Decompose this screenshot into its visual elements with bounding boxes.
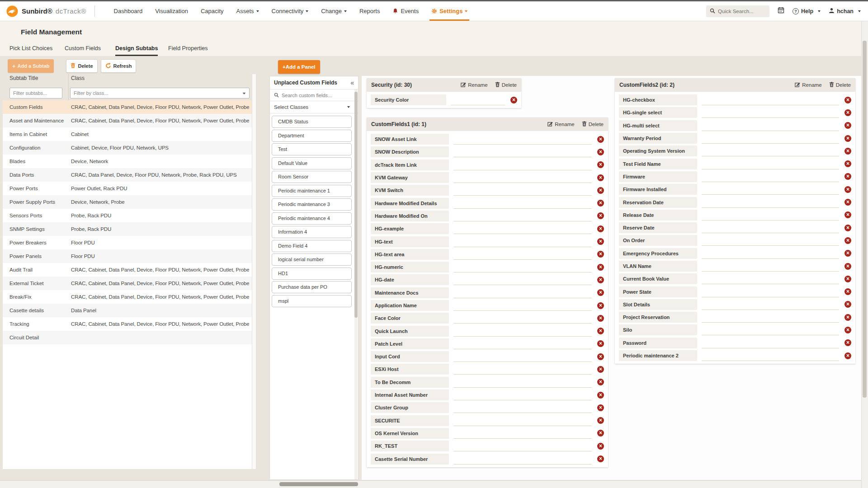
remove-field-button[interactable]: ×: [597, 455, 604, 462]
collapse-panel-icon[interactable]: «: [350, 79, 354, 86]
panel-field-chip[interactable]: HG-text area: [371, 249, 449, 260]
nav-item-events[interactable]: Events: [386, 1, 425, 21]
help-menu[interactable]: ? Help: [793, 8, 821, 14]
remove-field-button[interactable]: ×: [597, 251, 604, 258]
panel-field-chip[interactable]: KVM Switch: [371, 185, 449, 196]
remove-field-button[interactable]: ×: [597, 340, 604, 347]
table-row[interactable]: Items in CabinetCabinet: [3, 127, 252, 141]
nav-item-connectivity[interactable]: Connectivity: [265, 1, 315, 21]
nav-item-capacity[interactable]: Capacity: [194, 1, 230, 21]
panel-field-chip[interactable]: HG-single select: [619, 107, 697, 118]
quick-search-box[interactable]: [706, 5, 769, 17]
panel-field-chip[interactable]: Slot Details: [619, 299, 697, 310]
panel-field-chip[interactable]: HG-date: [371, 274, 449, 285]
table-row[interactable]: Power PanelsFloor PDU: [3, 249, 252, 263]
unplaced-field-chip[interactable]: Default Value: [272, 157, 352, 169]
panel-field-chip[interactable]: dcTrack Item Link: [371, 160, 449, 170]
panel-field-chip[interactable]: Quick Launch: [371, 326, 449, 337]
remove-field-button[interactable]: ×: [597, 212, 604, 219]
remove-field-button[interactable]: ×: [597, 417, 604, 424]
remove-field-button[interactable]: ×: [597, 200, 604, 206]
panel-field-chip[interactable]: Hardware Modified Details: [371, 198, 449, 209]
panel-field-chip[interactable]: Casette Serial Number: [371, 454, 449, 465]
remove-field-button[interactable]: ×: [597, 225, 604, 232]
remove-field-button[interactable]: ×: [844, 339, 851, 346]
remove-field-button[interactable]: ×: [597, 404, 604, 411]
panel-field-chip[interactable]: Operating System Version: [619, 145, 697, 156]
panel-field-chip[interactable]: Release Date: [619, 210, 697, 221]
unplaced-field-chip[interactable]: Information 4: [272, 226, 352, 238]
table-row[interactable]: Audit TrailCRAC, Cabinet, Data Panel, De…: [3, 263, 252, 277]
panel-field-chip[interactable]: HG-example: [371, 223, 449, 234]
remove-field-button[interactable]: ×: [844, 352, 851, 359]
panel-field-chip[interactable]: Emergency Procedures: [619, 248, 697, 259]
panel-field-chip[interactable]: Reservation Date: [619, 197, 697, 208]
panel-field-chip[interactable]: To Be Decomm: [371, 377, 449, 388]
quick-search-input[interactable]: [718, 9, 766, 14]
remove-field-button[interactable]: ×: [844, 276, 851, 282]
panel-field-chip[interactable]: HG-multi select: [619, 120, 697, 131]
panel-field-chip[interactable]: KVM Gateway: [371, 172, 449, 183]
calendar-icon[interactable]: [778, 7, 784, 15]
table-row[interactable]: SNMP SettingsProbe, Rack PDU: [3, 222, 252, 236]
remove-field-button[interactable]: ×: [844, 186, 851, 193]
remove-field-button[interactable]: ×: [844, 225, 851, 231]
panel-field-chip[interactable]: Cluster Group: [371, 402, 449, 413]
remove-field-button[interactable]: ×: [844, 160, 851, 167]
unplaced-field-chip[interactable]: Periodic maintenance 4: [272, 212, 352, 225]
panel-field-chip[interactable]: OS Kernel Version: [371, 428, 449, 439]
table-row[interactable]: Custom FieldsCRAC, Cabinet, Data Panel, …: [3, 100, 252, 114]
panel-field-chip[interactable]: Periodic maintenance 2: [619, 350, 697, 361]
panel-field-chip[interactable]: SECURITE: [371, 415, 449, 426]
remove-field-button[interactable]: ×: [597, 366, 604, 373]
rename-panel-button[interactable]: Rename: [795, 82, 821, 88]
tab-custom-fields[interactable]: Custom Fields: [65, 42, 101, 56]
panel-field-chip[interactable]: Internal Asset Number: [371, 389, 449, 400]
brand-logo[interactable]: Sunbird® dcTrack®: [0, 5, 95, 17]
remove-field-button[interactable]: ×: [597, 277, 604, 283]
remove-field-button[interactable]: ×: [597, 328, 604, 334]
table-row[interactable]: Casette detailsData Panel: [3, 304, 252, 317]
remove-field-button[interactable]: ×: [844, 148, 851, 155]
panel-field-chip[interactable]: Firmware Installed: [619, 184, 697, 195]
tab-pick-list-choices[interactable]: Pick List Choices: [9, 42, 52, 56]
refresh-button[interactable]: Refresh: [101, 59, 137, 73]
table-row[interactable]: Break/FixCRAC, Cabinet, Data Panel, Devi…: [3, 290, 252, 304]
table-row[interactable]: Power PortsPower Outlet, Rack PDU: [3, 182, 252, 195]
unplaced-field-chip[interactable]: logical serial number: [272, 253, 352, 266]
remove-field-button[interactable]: ×: [597, 161, 604, 168]
rename-panel-button[interactable]: Rename: [547, 121, 574, 127]
nav-item-change[interactable]: Change: [315, 1, 353, 21]
remove-field-button[interactable]: ×: [844, 288, 851, 295]
unplaced-field-chip[interactable]: Demo Field 4: [272, 240, 352, 252]
panel-field-chip[interactable]: SNOW Description: [371, 146, 449, 157]
panel-field-chip[interactable]: RK_TEST: [371, 441, 449, 451]
remove-field-button[interactable]: ×: [597, 379, 604, 385]
unplaced-scrollbar-thumb[interactable]: [354, 92, 358, 318]
horizontal-scrollbar-track[interactable]: [0, 480, 861, 488]
panel-field-chip[interactable]: Security Color: [371, 94, 446, 105]
remove-field-button[interactable]: ×: [597, 136, 604, 143]
table-row[interactable]: BladesDevice, Network: [3, 155, 252, 168]
page-scrollbar-thumb[interactable]: [863, 41, 867, 398]
table-row[interactable]: Sensors PortsProbe, Rack PDU: [3, 209, 252, 222]
table-row[interactable]: Circuit Detail: [3, 331, 252, 344]
panel-field-chip[interactable]: Application Name: [371, 300, 449, 311]
remove-field-button[interactable]: ×: [844, 250, 851, 257]
nav-item-visualization[interactable]: Visualization: [149, 1, 194, 21]
remove-field-button[interactable]: ×: [844, 314, 851, 321]
panel-field-chip[interactable]: Password: [619, 338, 697, 348]
tab-field-properties[interactable]: Field Properties: [168, 42, 208, 56]
nav-item-dashboard[interactable]: Dashboard: [108, 1, 149, 21]
table-row[interactable]: Asset and MaintenanceCRAC, Cabinet, Data…: [3, 114, 252, 127]
panel-field-chip[interactable]: Firmware: [619, 171, 697, 182]
table-row[interactable]: Power BreakersFloor PDU: [3, 236, 252, 249]
select-classes-dropdown[interactable]: Select Classes: [270, 101, 358, 113]
remove-field-button[interactable]: ×: [597, 302, 604, 309]
unplaced-field-chip[interactable]: HD1: [272, 267, 352, 280]
delete-panel-button[interactable]: Delete: [582, 121, 604, 127]
horizontal-scrollbar-thumb[interactable]: [279, 482, 358, 486]
remove-field-button[interactable]: ×: [597, 289, 604, 296]
panel-field-chip[interactable]: Current Book Value: [619, 273, 697, 284]
panel-field-chip[interactable]: Power State: [619, 286, 697, 297]
